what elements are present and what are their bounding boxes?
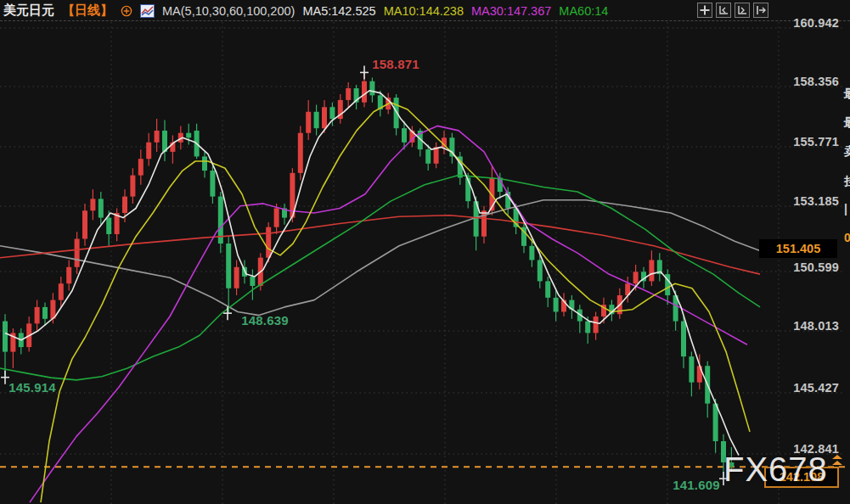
price-axis-label: 148.013 bbox=[763, 319, 839, 333]
candle-body bbox=[82, 210, 87, 238]
fx678-watermark: FX678 bbox=[723, 451, 828, 489]
candle-body bbox=[130, 176, 135, 197]
candle-body bbox=[274, 208, 279, 227]
price-level-tag: 151.405 bbox=[759, 239, 837, 258]
candle-body bbox=[306, 112, 311, 133]
chart-header: 美元日元 【日线】 MA(5,10,30,60,100,200) MA5:142… bbox=[3, 2, 608, 20]
candle-body bbox=[250, 277, 255, 286]
move-crosshair-icon[interactable] bbox=[697, 3, 712, 18]
candle-body bbox=[394, 98, 399, 128]
candle-body bbox=[90, 199, 95, 210]
ma30-value: MA30:147.367 bbox=[471, 4, 551, 18]
candle-body bbox=[266, 227, 271, 258]
candle-body bbox=[106, 218, 111, 234]
candle-body bbox=[529, 246, 534, 260]
price-annotation: 141.609 bbox=[673, 478, 720, 492]
price-axis-label: 153.185 bbox=[763, 194, 839, 208]
clipped-panel-char: 0 bbox=[844, 231, 850, 244]
candle-body bbox=[122, 197, 127, 213]
candle-body bbox=[434, 147, 439, 163]
timeframe-label[interactable]: 【日线】 bbox=[62, 3, 113, 19]
candle-body bbox=[713, 404, 718, 441]
candle-body bbox=[346, 88, 351, 100]
candle-body bbox=[649, 260, 654, 281]
ma-chart-icon[interactable] bbox=[140, 4, 155, 18]
clipped-panel-char: 挂 bbox=[844, 174, 850, 189]
ma-line-MA100 bbox=[0, 216, 760, 274]
clipped-panel-char: 最 bbox=[844, 115, 850, 131]
ma-line-MA200 bbox=[0, 200, 760, 316]
candle-body bbox=[42, 307, 48, 319]
candle-body bbox=[554, 298, 559, 312]
candle-body bbox=[298, 133, 303, 173]
ma-line-MA10 bbox=[41, 103, 750, 502]
candle-body bbox=[75, 239, 80, 267]
price-axis-label: 145.427 bbox=[763, 381, 839, 395]
ma-line-MA30 bbox=[30, 126, 747, 502]
price-axis-label: 155.771 bbox=[763, 135, 839, 148]
chart-window: 美元日元 【日线】 MA(5,10,30,60,100,200) MA5:142… bbox=[0, 0, 850, 504]
candle-body bbox=[99, 199, 104, 217]
ma5-value: MA5:142.525 bbox=[302, 4, 375, 18]
candle-body bbox=[202, 156, 207, 171]
clipped-panel-char: 卖 bbox=[844, 144, 850, 160]
price-axis-label: 158.356 bbox=[763, 75, 839, 88]
price-alert-icon[interactable] bbox=[830, 455, 845, 472]
candle-body bbox=[234, 267, 239, 288]
ma-group-label[interactable]: MA(5,10,30,60,100,200) bbox=[162, 4, 295, 18]
symbol-name: 美元日元 bbox=[3, 3, 54, 19]
price-annotation: 158.871 bbox=[372, 57, 419, 71]
exit-chart-icon[interactable] bbox=[753, 3, 768, 18]
candle-body bbox=[402, 128, 407, 143]
candle-body bbox=[322, 107, 327, 128]
candle-body bbox=[689, 356, 694, 383]
price-axis-label: 160.942 bbox=[763, 16, 839, 30]
candle-body bbox=[633, 272, 639, 283]
candle-body bbox=[425, 149, 431, 164]
candle-body bbox=[186, 133, 191, 138]
candle-body bbox=[369, 81, 374, 96]
ma10-value: MA10:144.238 bbox=[384, 4, 464, 18]
candle-body bbox=[362, 81, 367, 103]
price-annotation: 148.639 bbox=[241, 313, 289, 328]
candle-body bbox=[146, 143, 151, 159]
price-annotation: 145.914 bbox=[8, 380, 56, 395]
candle-body bbox=[155, 131, 160, 143]
chart-canvas[interactable] bbox=[0, 0, 850, 504]
candle-body bbox=[329, 107, 335, 119]
ma-line-MA5 bbox=[5, 91, 739, 456]
axis-scale-left-icon[interactable] bbox=[716, 3, 731, 18]
candle-body bbox=[226, 244, 231, 288]
candle-body bbox=[594, 316, 599, 333]
circle-plus-icon[interactable] bbox=[121, 5, 132, 17]
candle-body bbox=[545, 281, 550, 297]
ma60-value: MA60:14 bbox=[559, 4, 608, 18]
axis-scale-right-icon[interactable] bbox=[735, 3, 750, 18]
candle-body bbox=[3, 322, 8, 352]
candle-body bbox=[210, 171, 215, 197]
candle-body bbox=[681, 322, 686, 357]
candle-body bbox=[66, 267, 71, 283]
clipped-panel-char: | bbox=[844, 202, 850, 216]
header-divider bbox=[0, 20, 850, 21]
clipped-panel-char: 最 bbox=[844, 87, 850, 102]
price-axis-label: 150.599 bbox=[763, 260, 839, 274]
candle-body bbox=[585, 322, 590, 333]
candle-body bbox=[314, 112, 319, 128]
candle-body bbox=[138, 159, 144, 175]
candle-body bbox=[59, 283, 64, 300]
candle-body bbox=[35, 307, 40, 323]
candle-body bbox=[538, 260, 543, 281]
chart-toolbar bbox=[697, 3, 768, 18]
